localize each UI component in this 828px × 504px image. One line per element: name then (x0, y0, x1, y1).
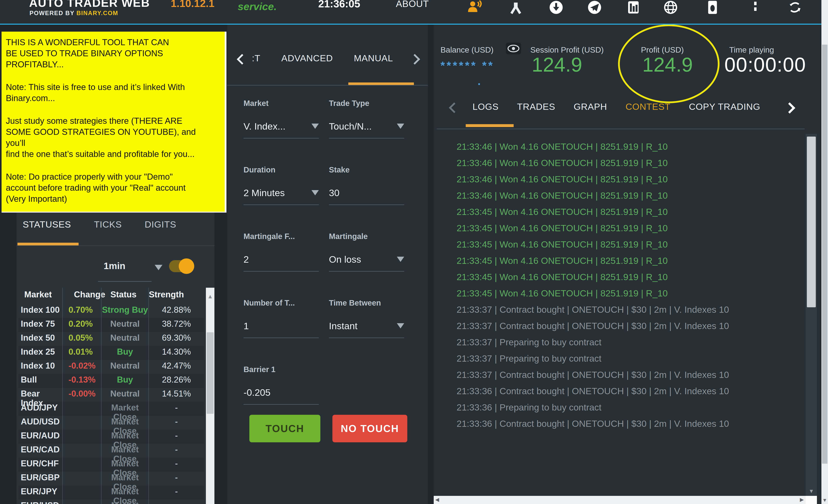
left-panel-tab[interactable]: TICKS (94, 219, 122, 230)
about-link[interactable]: ABOUT (396, 0, 429, 9)
scrollbar-thumb[interactable] (207, 332, 214, 414)
scroll-left-icon[interactable]: ◀ (435, 497, 439, 503)
left-panel-tab[interactable]: STATUSES (23, 219, 71, 230)
time-playing-value: 00:00:00 (724, 53, 806, 76)
bar-chart-icon[interactable] (626, 0, 641, 15)
globe-icon[interactable] (664, 0, 678, 15)
field-label: Barrier 1 (244, 365, 329, 374)
refresh-icon[interactable] (788, 0, 802, 15)
table-row[interactable]: Index 75 0.20% Neutral 38.72% (18, 318, 204, 332)
table-row[interactable]: EUR/AUD Market Close - (18, 430, 204, 444)
table-row[interactable]: EUR/CAD Market Close - (18, 444, 204, 458)
support-icon[interactable] (467, 0, 482, 15)
download-icon[interactable] (549, 0, 564, 15)
tools-icon[interactable] (509, 0, 524, 15)
table-row[interactable]: Index 100 0.70% Strong Buy 42.88% (18, 304, 204, 318)
strength-cell: 14.30% (149, 346, 204, 360)
table-row[interactable]: EUR/GBP Market Close - (18, 472, 204, 486)
log-tab[interactable]: LOGS (472, 101, 499, 112)
change-cell: 0.70% (62, 304, 101, 318)
field-value[interactable]: 2 (244, 254, 319, 265)
chevron-right-icon[interactable] (409, 54, 420, 65)
field-value[interactable]: 30 (329, 187, 404, 198)
field-value[interactable]: -0.205 (244, 387, 319, 398)
log-tab[interactable]: COPY TRADING (689, 101, 760, 112)
market-cell: Index 10 (18, 360, 62, 374)
table-row[interactable]: EUR/JPY Market Close - (18, 486, 204, 500)
status-cell: Buy (101, 374, 149, 388)
market-cell: Index 100 (18, 304, 62, 318)
log-scrollbar[interactable]: ▼ (806, 134, 817, 496)
kebab-menu-icon[interactable] (748, 0, 763, 15)
field-value[interactable]: 1 (244, 321, 319, 331)
field-value[interactable]: V. Index... (244, 121, 319, 132)
chevron-left-icon[interactable] (237, 54, 247, 65)
field-value[interactable]: Touch/N... (329, 121, 404, 132)
change-cell: 0.20% (62, 318, 101, 332)
balance-decimal: . (478, 75, 481, 87)
table-row[interactable]: EUR/USD Market Close - (18, 500, 204, 504)
left-panel-scrollbar[interactable]: ▲ (206, 288, 214, 504)
log-tab[interactable]: GRAPH (574, 101, 607, 112)
trade-tab[interactable]: MANUAL (354, 53, 393, 64)
scroll-down-icon[interactable]: ▼ (806, 488, 817, 494)
left-panel-tab[interactable]: DIGITS (145, 219, 176, 230)
log-entry: 21:33:45 | Won 4.16 ONETOUCH | 8251.919 … (457, 269, 763, 285)
log-entry: 21:33:37 | Contract bought | ONETOUCH | … (457, 367, 763, 383)
eye-icon[interactable] (506, 43, 521, 54)
log-tab[interactable]: TRADES (517, 101, 555, 112)
table-row[interactable]: Index 25 0.01% Buy 14.30% (18, 346, 204, 360)
scroll-down-icon[interactable]: ▼ (821, 497, 828, 503)
scrollbar-thumb[interactable] (807, 136, 816, 307)
note-paragraph: THIS IS A WONDERFUL TOOL THAT CAN BE USE… (6, 37, 220, 70)
trade-tab[interactable]: ADVANCED (281, 53, 333, 64)
scrollbar-thumb[interactable] (822, 45, 827, 464)
chevron-left-icon[interactable] (449, 102, 459, 113)
save-card-icon[interactable] (706, 0, 720, 15)
market-cell: Index 25 (18, 346, 62, 360)
form-field: Trade Type Touch/N... (329, 99, 419, 165)
trade-tabs: :TADVANCEDMANUAL (227, 53, 428, 68)
status-cell: Neutral (101, 332, 149, 346)
scroll-right-icon[interactable]: ▶ (800, 497, 804, 503)
page-scrollbar[interactable]: ▼ (821, 0, 828, 504)
chevron-down-icon[interactable] (155, 265, 162, 270)
trade-tab[interactable]: :T (252, 53, 260, 64)
table-row[interactable]: Bull -0.13% Buy 28.26% (18, 374, 204, 388)
table-row[interactable]: AUD/JPY Market Close - (18, 402, 204, 416)
log-horizontal-scrollbar[interactable]: ◀ ▶ (434, 496, 806, 504)
chevron-right-icon[interactable] (784, 102, 795, 114)
log-entry: 21:33:45 | Won 4.16 ONETOUCH | 8251.919 … (457, 285, 763, 301)
timeframe-select[interactable]: 1min (104, 260, 125, 271)
auto-refresh-toggle[interactable] (169, 260, 192, 272)
form-field: Number of T... 1 (244, 299, 329, 365)
field-value[interactable]: 2 Minutes (244, 187, 319, 198)
telegram-icon[interactable] (588, 0, 602, 15)
table-row[interactable]: Index 50 0.05% Neutral 69.30% (18, 332, 204, 346)
field-underline (244, 338, 319, 338)
field-label: Number of T... (244, 299, 329, 307)
log-list: 21:33:46 | Won 4.16 ONETOUCH | 8251.919 … (457, 138, 763, 496)
field-value[interactable]: On loss (329, 254, 404, 265)
trade-button[interactable]: TOUCH (249, 415, 320, 442)
table-row[interactable]: EUR/CHF Market Close - (18, 458, 204, 472)
change-cell: 0.01% (62, 346, 101, 360)
field-label: Martingale (329, 232, 419, 241)
divider (227, 85, 428, 86)
trade-button[interactable]: NO TOUCH (332, 415, 407, 442)
field-value[interactable]: Instant (329, 321, 404, 331)
table-row[interactable]: Index 10 -0.02% Neutral 42.47% (18, 360, 204, 374)
market-status-panel: STATUSESTICKSDIGITS 1min MarketChangeSta… (16, 212, 214, 504)
field-label: Time Between (329, 299, 419, 307)
table-row[interactable]: Bear Index -0.00% Neutral 14.51% (18, 388, 204, 402)
field-label: Martingale F... (244, 232, 329, 241)
log-entry: 21:33:36 | Preparing to buy contract (457, 399, 763, 416)
table-row[interactable]: AUD/USD Market Close - (18, 416, 204, 430)
field-underline (329, 271, 404, 271)
active-tab-underline (17, 243, 79, 245)
scroll-up-icon[interactable]: ▲ (206, 288, 214, 305)
field-underline (244, 271, 319, 271)
field-underline (329, 138, 404, 138)
change-cell: -0.02% (62, 360, 101, 374)
table-header-cell: Market (18, 288, 62, 304)
